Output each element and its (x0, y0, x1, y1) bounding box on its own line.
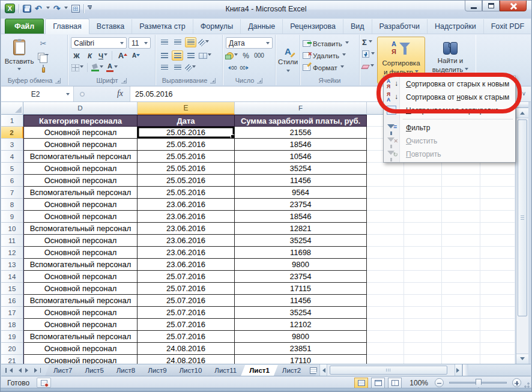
cell-D21[interactable]: Основной персонал (23, 355, 138, 364)
cell-I19[interactable] (442, 331, 480, 343)
cell-E1[interactable]: Дата (138, 115, 235, 127)
cell-G20[interactable] (367, 343, 404, 355)
cell-D9[interactable]: Основной персонал (23, 211, 138, 223)
tab-formulas[interactable]: Формулы (193, 19, 241, 34)
cut-button[interactable]: ✂ (38, 38, 49, 49)
horizontal-split-handle[interactable] (462, 364, 468, 376)
orientation-button[interactable] (198, 37, 210, 47)
cell-E9[interactable]: 23.06.2016 (138, 211, 235, 223)
cell-D11[interactable]: Основной персонал (23, 235, 138, 247)
cell-H21[interactable] (404, 355, 442, 364)
cell-D6[interactable]: Основной персонал (23, 175, 138, 187)
cell-G13[interactable] (367, 259, 404, 271)
cell-E12[interactable]: 23.06.2016 (138, 247, 235, 259)
sheet-tab-1[interactable]: Лист7 (45, 365, 80, 376)
row-header-11[interactable]: 11 (1, 235, 23, 247)
row-header-17[interactable]: 17 (1, 307, 23, 319)
insert-function-button[interactable]: fx (112, 88, 128, 100)
cell-I20[interactable] (442, 343, 480, 355)
minimize-button[interactable] (465, 0, 482, 11)
cell-E20[interactable]: 24.08.2016 (138, 343, 235, 355)
underline-button[interactable]: Ч (97, 50, 109, 61)
tab-foxit[interactable]: Foxit PDF (484, 19, 532, 34)
align-center-button[interactable] (172, 50, 183, 61)
cell-G19[interactable] (367, 331, 404, 343)
styles-button[interactable]: А Стили (277, 37, 298, 83)
italic-button[interactable]: К (84, 50, 95, 61)
cell-G10[interactable] (367, 223, 404, 235)
tab-home[interactable]: Главная (45, 19, 89, 34)
cell-F3[interactable]: 18546 (235, 139, 367, 151)
cell-E3[interactable]: 25.05.2016 (138, 139, 235, 151)
row-header-19[interactable]: 19 (1, 331, 23, 343)
cell-H12[interactable] (404, 247, 442, 259)
cell-E21[interactable]: 24.08.2016 (138, 355, 235, 364)
cell-G18[interactable] (367, 319, 404, 331)
cell-F15[interactable]: 17115 (235, 283, 367, 295)
last-sheet-button[interactable] (34, 368, 41, 373)
cell-H8[interactable] (404, 199, 442, 211)
cell-D8[interactable]: Основной персонал (23, 199, 138, 211)
sheet-tab-6[interactable]: Лист11 (206, 365, 245, 376)
scroll-down-button[interactable] (516, 354, 528, 364)
cell-D16[interactable]: Вспомогательный персонал (23, 295, 138, 307)
cell-H11[interactable] (404, 235, 442, 247)
cell-J16[interactable] (480, 295, 515, 307)
cell-E4[interactable]: 25.05.2016 (138, 151, 235, 163)
cell-H17[interactable] (404, 307, 442, 319)
tab-insert[interactable]: Вставка (89, 19, 132, 34)
cell-J10[interactable] (480, 223, 515, 235)
align-bottom-button[interactable] (185, 37, 196, 47)
sheet-tab-2[interactable]: Лист5 (76, 365, 112, 376)
cell-F9[interactable]: 18546 (235, 211, 367, 223)
cell-F4[interactable]: 10546 (235, 151, 367, 163)
page-layout-view-button[interactable] (371, 378, 385, 388)
menu-item-custom-sort[interactable]: ↓↑Настраиваемая сортировка... (384, 104, 515, 117)
cell-E7[interactable]: 25.05.2016 (138, 187, 235, 199)
select-all-corner[interactable] (1, 102, 23, 115)
normal-view-button[interactable] (354, 378, 368, 388)
cell-F20[interactable]: 23851 (235, 343, 367, 355)
cell-F13[interactable]: 9800 (235, 259, 367, 271)
font-name-combo[interactable]: Calibri (71, 37, 127, 49)
tab-developer[interactable]: Разработчи (372, 19, 428, 34)
cell-J20[interactable] (480, 343, 515, 355)
cell-F18[interactable]: 12102 (235, 319, 367, 331)
cell-F7[interactable]: 9564 (235, 187, 367, 199)
cell-I9[interactable] (442, 211, 480, 223)
cell-I8[interactable] (442, 199, 480, 211)
cell-I15[interactable] (442, 283, 480, 295)
cell-E14[interactable]: 25.07.2016 (138, 271, 235, 283)
cell-E15[interactable]: 25.07.2016 (138, 283, 235, 295)
cell-I12[interactable] (442, 247, 480, 259)
menu-item-filter[interactable]: =Фильтр (384, 121, 515, 134)
dialog-launcher-icon[interactable] (210, 78, 216, 83)
bold-button[interactable]: Ж (71, 50, 82, 61)
cell-I10[interactable] (442, 223, 480, 235)
copy-button[interactable] (37, 51, 49, 61)
name-box-splitter[interactable]: fx (74, 86, 130, 101)
cell-H13[interactable] (404, 259, 442, 271)
sheet-tab-7[interactable]: Лист1 (241, 365, 278, 376)
sheet-tab-8[interactable]: Лист2 (274, 365, 309, 376)
cell-F19[interactable]: 9800 (235, 331, 367, 343)
cell-I18[interactable] (442, 319, 480, 331)
previous-sheet-button[interactable] (16, 368, 22, 373)
close-button[interactable] (500, 0, 527, 11)
cell-D7[interactable]: Вспомогательный персонал (23, 187, 138, 199)
cell-H16[interactable] (404, 295, 442, 307)
zoom-in-button[interactable] (512, 378, 521, 387)
cell-G8[interactable] (367, 199, 404, 211)
cell-F2[interactable]: 21556 (235, 127, 367, 139)
cell-D2[interactable]: Основной персонал (23, 127, 138, 139)
cell-J9[interactable] (480, 211, 515, 223)
zoom-slider[interactable] (449, 382, 507, 384)
cell-D13[interactable]: Вспомогательный персонал (23, 259, 138, 271)
column-header-D[interactable]: D (23, 102, 138, 115)
cell-G21[interactable] (367, 355, 404, 364)
cell-J5[interactable] (480, 163, 515, 175)
borders-button[interactable] (71, 62, 84, 73)
sheet-tab-5[interactable]: Лист10 (171, 365, 211, 376)
delete-cells-button[interactable]: Удалить (303, 50, 346, 61)
zoom-out-button[interactable] (435, 378, 444, 387)
